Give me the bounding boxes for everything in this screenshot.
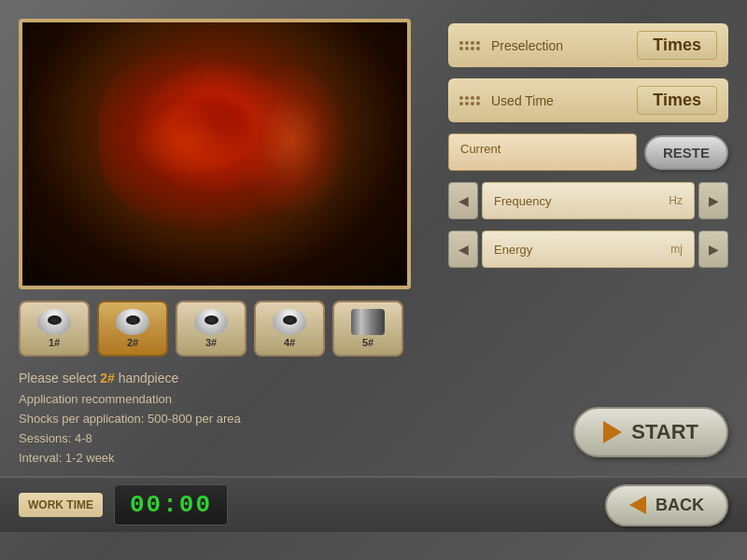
preselection-row: Preselection Times: [448, 23, 728, 67]
reste-button[interactable]: RESTE: [644, 135, 728, 170]
right-panel: Preselection Times Used Time Times Curre…: [448, 19, 728, 457]
frequency-decrease-button[interactable]: ◀: [448, 182, 478, 219]
used-time-label: Used Time: [491, 93, 629, 108]
knee-image: [22, 22, 407, 286]
bottom-bar: WORK TIME 00:00 BACK: [0, 476, 747, 532]
energy-row: ◀ Energy mj ▶: [448, 231, 728, 268]
energy-unit: mj: [670, 243, 683, 256]
handpiece-1[interactable]: 1#: [19, 301, 90, 357]
energy-label: Energy: [494, 243, 532, 257]
left-panel: 1# 2# 3# 4# 5#: [19, 19, 430, 457]
dots-icon-used-time: [459, 96, 480, 105]
handpiece-5[interactable]: 5#: [332, 301, 403, 357]
back-label: BACK: [655, 496, 704, 515]
content-area: 1# 2# 3# 4# 5#: [0, 0, 747, 476]
handpiece-4-label: 4#: [284, 337, 295, 348]
handpiece-1-label: 1#: [49, 337, 60, 348]
frequency-label: Frequency: [494, 194, 551, 208]
handpiece-3-label: 3#: [205, 337, 217, 348]
work-time-label: WORK TIME: [19, 493, 103, 517]
handpiece-2[interactable]: 2#: [97, 301, 168, 357]
used-time-value: Times: [637, 86, 717, 115]
main-background: 1# 2# 3# 4# 5#: [0, 0, 747, 560]
shocks-text: Shocks per application: 500-800 per area: [19, 410, 430, 429]
handpiece-2-label: 2#: [127, 337, 138, 348]
current-input: Current: [448, 133, 637, 171]
dots-icon-preselection: [459, 41, 480, 50]
frequency-unit: Hz: [669, 194, 683, 207]
current-label: Current: [460, 142, 500, 156]
energy-input: Energy mj: [482, 231, 695, 268]
start-triangle-icon: [603, 421, 622, 443]
used-time-row: Used Time Times: [448, 78, 728, 122]
handpiece-4[interactable]: 4#: [254, 301, 325, 357]
knee-image-frame: [19, 19, 411, 289]
current-row: Current RESTE: [448, 133, 728, 171]
frequency-input: Frequency Hz: [482, 182, 695, 219]
handpiece-5-icon: [351, 309, 385, 335]
work-time-display: 00:00: [114, 484, 228, 525]
sessions-text: Sessions: 4-8: [19, 429, 430, 449]
energy-decrease-button[interactable]: ◀: [448, 231, 478, 268]
handpiece-5-label: 5#: [362, 337, 374, 348]
frequency-increase-button[interactable]: ▶: [698, 182, 728, 219]
frequency-row: ◀ Frequency Hz ▶: [448, 182, 728, 219]
recommendation-text: Application recommendation: [19, 390, 430, 410]
start-label: START: [631, 420, 698, 444]
work-time-section: WORK TIME 00:00: [19, 484, 228, 525]
back-arrow-icon: [629, 496, 646, 514]
handpiece-3-icon: [194, 309, 228, 335]
handpiece-2-icon: [116, 309, 149, 335]
handpiece-4-icon: [273, 309, 306, 335]
back-button[interactable]: BACK: [605, 484, 728, 526]
preselection-value: Times: [637, 31, 717, 60]
start-button[interactable]: START: [573, 407, 728, 457]
preselection-label: Preselection: [491, 38, 629, 53]
handpiece-1-icon: [37, 309, 71, 335]
handpiece-selector: 1# 2# 3# 4# 5#: [19, 301, 430, 357]
handpiece-3[interactable]: 3#: [176, 301, 247, 357]
info-text-block: Please select 2# handpiece Application r…: [19, 368, 430, 469]
select-text: Please select 2# handpiece: [19, 368, 430, 388]
interval-text: Interval: 1-2 week: [19, 449, 430, 469]
energy-increase-button[interactable]: ▶: [698, 231, 728, 268]
